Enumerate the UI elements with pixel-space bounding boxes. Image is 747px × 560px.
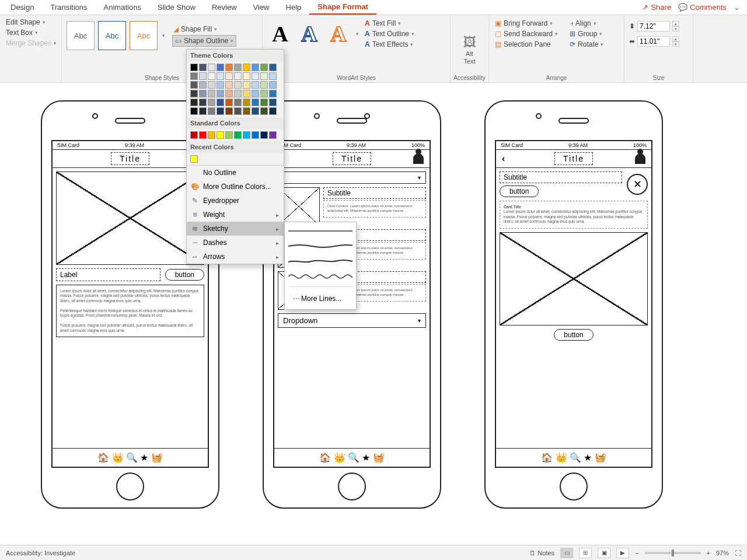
color-swatch[interactable]	[269, 107, 277, 115]
align-button[interactable]: ⫞Align▾	[568, 19, 605, 28]
group-button[interactable]: ⊞Group▾	[568, 29, 605, 38]
color-swatch[interactable]	[243, 99, 250, 106]
bring-forward-button[interactable]: ▣Bring Forward▾	[494, 19, 559, 28]
color-swatch[interactable]	[234, 99, 242, 106]
sketchy-style-scribble[interactable]	[288, 271, 352, 282]
rotate-button[interactable]: ⟳Rotate▾	[568, 40, 605, 49]
color-swatch[interactable]	[252, 107, 259, 115]
color-swatch[interactable]	[217, 107, 224, 115]
color-swatch[interactable]	[243, 81, 250, 89]
tab-view[interactable]: View	[245, 1, 278, 14]
color-swatch[interactable]	[208, 131, 215, 139]
color-swatch[interactable]	[252, 72, 259, 80]
view-reading[interactable]: ▣	[598, 548, 610, 558]
view-slideshow[interactable]: ▶	[616, 548, 629, 558]
color-swatch[interactable]	[234, 131, 242, 139]
selection-pane-button[interactable]: ▤Selection Pane	[494, 40, 559, 49]
shape-style-3[interactable]: Abc	[130, 21, 158, 50]
notes-button[interactable]: 🗒 Notes	[529, 550, 554, 556]
wordart-style-2[interactable]: A	[296, 21, 322, 47]
more-outline-colors-item[interactable]: 🎨More Outline Colors...	[187, 180, 284, 194]
wordart-style-1[interactable]: A	[267, 21, 293, 47]
color-swatch[interactable]	[199, 72, 207, 80]
comments-button[interactable]: 💬Comments	[678, 3, 727, 12]
sketchy-item[interactable]: ≋Sketchy▸ ⋯More Lines...	[187, 222, 284, 236]
color-swatch[interactable]	[243, 90, 250, 97]
sketchy-style-freehand[interactable]	[288, 256, 352, 267]
color-swatch[interactable]	[252, 90, 259, 97]
color-swatch[interactable]	[199, 64, 207, 71]
color-swatch[interactable]	[208, 72, 215, 80]
zoom-level[interactable]: 97%	[716, 550, 729, 556]
zoom-out[interactable]: −	[635, 550, 638, 556]
zoom-in[interactable]: +	[707, 550, 710, 556]
sketchy-style-curved[interactable]	[288, 241, 352, 251]
tab-review[interactable]: Review	[204, 1, 245, 14]
zoom-slider[interactable]	[645, 552, 701, 554]
color-swatch[interactable]	[252, 64, 259, 71]
text-effects-button[interactable]: AText Effects▾	[364, 40, 416, 49]
text-fill-button[interactable]: AText Fill▾	[364, 19, 416, 28]
color-swatch[interactable]	[199, 81, 207, 89]
color-swatch[interactable]	[260, 64, 268, 71]
shape-style-2[interactable]: Abc	[98, 21, 126, 50]
send-backward-button[interactable]: ▢Send Backward▾	[494, 29, 559, 38]
color-swatch[interactable]	[225, 81, 233, 89]
slide-canvas[interactable]: SIM Card9:39 AM100% Title Label button L…	[0, 92, 747, 538]
tab-shape-format[interactable]: Shape Format	[309, 0, 376, 15]
color-swatch[interactable]	[252, 131, 259, 139]
color-swatch[interactable]	[260, 131, 268, 139]
color-swatch[interactable]	[208, 99, 215, 106]
weight-item[interactable]: ≡Weight▸	[187, 208, 284, 222]
color-swatch[interactable]	[260, 107, 268, 115]
accessibility-status[interactable]: Accessibility: Investigate	[6, 550, 75, 556]
eyedropper-item[interactable]: ✎Eyedropper	[187, 194, 284, 208]
color-swatch[interactable]	[234, 72, 242, 80]
color-swatch[interactable]	[269, 90, 277, 97]
color-swatch[interactable]	[190, 107, 198, 115]
color-swatch[interactable]	[260, 99, 268, 106]
color-swatch[interactable]	[225, 131, 233, 139]
color-swatch[interactable]	[190, 99, 198, 106]
color-swatch[interactable]	[199, 131, 207, 139]
tab-slideshow[interactable]: Slide Show	[149, 1, 204, 14]
color-swatch[interactable]	[243, 107, 250, 115]
shape-outline-button[interactable]: ▭Shape Outline▾	[172, 35, 236, 47]
color-swatch[interactable]	[269, 131, 277, 139]
merge-shapes-button[interactable]: Merge Shapes▾	[5, 38, 57, 48]
ribbon-options[interactable]: ⌄	[734, 3, 740, 12]
color-swatch[interactable]	[260, 72, 268, 80]
edit-shape-button[interactable]: Edit Shape▾	[5, 18, 57, 27]
color-swatch[interactable]	[234, 81, 242, 89]
dashes-item[interactable]: ┄Dashes▸	[187, 236, 284, 250]
color-swatch[interactable]	[260, 81, 268, 89]
more-lines-item[interactable]: ⋯More Lines...	[288, 292, 352, 306]
tab-transitions[interactable]: Transitions	[42, 1, 95, 14]
color-swatch[interactable]	[234, 64, 242, 71]
color-swatch[interactable]	[252, 81, 259, 89]
color-swatch[interactable]	[225, 90, 233, 97]
color-swatch[interactable]	[190, 72, 198, 80]
color-swatch[interactable]	[190, 64, 198, 71]
shape-style-more[interactable]: ▾	[161, 32, 166, 39]
color-swatch[interactable]	[190, 90, 198, 97]
view-sorter[interactable]: ⊞	[579, 548, 592, 558]
wordart-style-3[interactable]: A	[326, 21, 351, 47]
color-swatch[interactable]	[269, 99, 277, 106]
tab-help[interactable]: Help	[278, 1, 310, 14]
wordart-more[interactable]: ▾	[355, 30, 360, 37]
color-swatch[interactable]	[208, 64, 215, 71]
color-swatch[interactable]	[225, 64, 233, 71]
color-swatch[interactable]	[217, 131, 224, 139]
text-box-button[interactable]: Text Box▾	[5, 28, 57, 37]
sketchy-style-straight[interactable]	[288, 226, 352, 236]
color-swatch[interactable]	[217, 81, 224, 89]
shape-width[interactable]: ⬌▴▾	[629, 36, 688, 47]
text-outline-button[interactable]: AText Outline▾	[364, 29, 416, 38]
color-swatch[interactable]	[225, 107, 233, 115]
color-swatch[interactable]	[208, 81, 215, 89]
shape-style-1[interactable]: Abc	[67, 21, 95, 50]
color-swatch[interactable]	[269, 72, 277, 80]
alt-text-button[interactable]: 🖼 Alt Text	[460, 35, 480, 64]
no-outline-item[interactable]: No Outline	[187, 166, 284, 180]
